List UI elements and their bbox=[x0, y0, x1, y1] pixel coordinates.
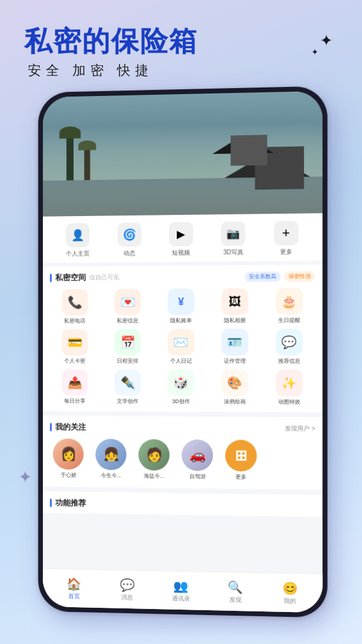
badge-privacy: 保密性强 bbox=[284, 271, 315, 282]
bottom-nav-message[interactable]: 💬 消息 bbox=[101, 577, 154, 602]
shortvideo-icon: ▶ bbox=[169, 222, 193, 246]
private-message-label: 私密信息 bbox=[117, 317, 139, 324]
bottom-nav-home[interactable]: 🏠 首页 bbox=[48, 576, 101, 601]
share-icon: 📤 bbox=[62, 369, 88, 395]
mine-nav-label: 我的 bbox=[284, 596, 296, 605]
avatar-item-2[interactable]: 👧 今生今... bbox=[92, 439, 129, 479]
avatar-name-4: 自驾游 bbox=[189, 474, 205, 480]
avatar-more: ⊞ bbox=[225, 440, 256, 472]
nav-item-more[interactable]: + 更多 bbox=[274, 221, 299, 257]
diary-label: 个人日记 bbox=[170, 358, 192, 365]
grid-item-3dcreate[interactable]: 🎲 3D创作 bbox=[156, 369, 207, 405]
home-nav-icon: 🏠 bbox=[66, 576, 81, 591]
cert-icon: 🪪 bbox=[221, 329, 248, 355]
private-message-icon: 💌 bbox=[115, 289, 141, 315]
grid-item-bill[interactable]: ¥ 隐私账单 bbox=[156, 289, 207, 324]
grid-item-birthday[interactable]: 🎂 生日提醒 bbox=[263, 288, 315, 324]
private-bill-icon: ¥ bbox=[168, 289, 194, 315]
private-bill-label: 隐私账单 bbox=[170, 317, 192, 324]
avatar-item-3[interactable]: 🧑 海盐今... bbox=[135, 439, 173, 480]
avatar-item-1[interactable]: 👩 于心娇 bbox=[50, 439, 87, 479]
bottom-nav-discover[interactable]: 🔍 发现 bbox=[208, 579, 262, 604]
nav-label-3dphoto: 3D写真 bbox=[223, 248, 243, 257]
avatars-row: 👩 于心娇 👧 今生今... 🧑 海盐今... 🚗 自驾游 bbox=[50, 439, 315, 482]
bottom-nav: 🏠 首页 💬 消息 👥 通讯录 🔍 发现 😊 我的 bbox=[43, 569, 322, 613]
3dphoto-icon: 📷 bbox=[221, 222, 245, 246]
contacts-nav-label: 通讯录 bbox=[172, 594, 190, 603]
following-section: 我的关注 发现用户 > 👩 于心娇 👧 今生今... 🧑 海盐 bbox=[43, 416, 322, 490]
grid-item-phone[interactable]: 📞 私密电话 bbox=[50, 289, 100, 325]
grid-item-card[interactable]: 💳 个人卡密 bbox=[50, 329, 100, 364]
home-nav-label: 首页 bbox=[68, 592, 80, 601]
badge-security: 安全系数高 bbox=[244, 271, 281, 282]
following-section-bar bbox=[50, 423, 52, 432]
sparkle-icon-2: ✦ bbox=[311, 47, 319, 57]
grid-item-message[interactable]: 💌 私密信息 bbox=[103, 289, 153, 324]
bottom-nav-contacts[interactable]: 👥 通讯录 bbox=[154, 578, 208, 604]
grid-item-write[interactable]: ✒️ 文学创作 bbox=[103, 369, 153, 404]
avatar-name-1: 于心娇 bbox=[60, 472, 76, 479]
card-label: 个人卡密 bbox=[65, 358, 86, 365]
grid-item-paint[interactable]: 🎨 涂鸦绘画 bbox=[209, 369, 260, 405]
private-space-subtitle: 仅自己可见 bbox=[89, 273, 119, 282]
grid-item-album[interactable]: 🖼 隐私相册 bbox=[209, 288, 260, 324]
avatar-item-more[interactable]: ⊞ 更多 bbox=[222, 440, 260, 481]
bottom-nav-mine[interactable]: 😊 我的 bbox=[262, 580, 317, 605]
birthday-icon: 🎂 bbox=[276, 288, 303, 315]
nav-label-dynamic: 动态 bbox=[123, 249, 135, 258]
nav-item-3dphoto[interactable]: 📷 3D写真 bbox=[221, 222, 245, 257]
private-icon-grid: 📞 私密电话 💌 私密信息 ¥ 隐私账单 🖼 隐私相册 bbox=[50, 288, 315, 406]
private-title-row: 私密空间 仅自己可见 bbox=[50, 272, 119, 284]
sparkle-icon-3: ✦ bbox=[18, 467, 32, 487]
anim-icon: ✨ bbox=[276, 369, 303, 397]
hero-title: 私密的保险箱 bbox=[24, 23, 198, 60]
section-bar bbox=[50, 273, 52, 282]
discover-link[interactable]: 发现用户 > bbox=[285, 424, 316, 433]
avatar-3: 🧑 bbox=[138, 439, 170, 471]
grid-item-anim[interactable]: ✨ 动图特效 bbox=[263, 369, 315, 406]
avatar-name-more: 更多 bbox=[235, 474, 246, 480]
private-album-icon: 🖼 bbox=[221, 288, 248, 314]
3dcreate-icon: 🎲 bbox=[168, 369, 194, 396]
hero-subtitle: 安全 加密 快捷 bbox=[28, 62, 153, 80]
avatar-4: 🚗 bbox=[182, 439, 213, 471]
private-space-title: 私密空间 bbox=[56, 272, 86, 283]
private-section-header: 私密空间 仅自己可见 安全系数高 保密性强 bbox=[50, 270, 315, 283]
birthday-label: 生日提醒 bbox=[278, 317, 300, 324]
message-nav-label: 消息 bbox=[121, 593, 133, 601]
following-header: 我的关注 发现用户 > bbox=[50, 422, 315, 435]
avatar-name-3: 海盐今... bbox=[144, 473, 164, 480]
message-nav-icon: 💬 bbox=[120, 578, 135, 592]
hero-image bbox=[43, 91, 322, 217]
discover-nav-label: 发现 bbox=[229, 595, 241, 604]
grid-item-cert[interactable]: 🪪 证件管理 bbox=[209, 329, 260, 365]
recommend-label: 推荐信息 bbox=[278, 358, 300, 365]
mine-nav-icon: 😊 bbox=[282, 581, 297, 596]
following-title: 我的关注 bbox=[56, 422, 86, 433]
nav-item-shortvideo[interactable]: ▶ 短视频 bbox=[169, 222, 193, 257]
private-phone-label: 私密电话 bbox=[65, 317, 86, 324]
avatar-item-4[interactable]: 🚗 自驾游 bbox=[179, 439, 216, 480]
sparkle-icon-1: ✦ bbox=[320, 31, 333, 50]
paint-icon: 🎨 bbox=[221, 369, 248, 396]
phone-mockup: 👤 个人主页 🌀 动态 ▶ 短视频 📷 3D写真 + 更多 bbox=[38, 86, 327, 617]
grid-item-diary[interactable]: ✉️ 个人日记 bbox=[156, 329, 207, 365]
badges-row: 安全系数高 保密性强 bbox=[244, 271, 315, 282]
recommend-section-bar bbox=[50, 499, 52, 507]
grid-item-schedule[interactable]: 📅 日程安排 bbox=[103, 329, 153, 365]
schedule-label: 日程安排 bbox=[117, 358, 139, 365]
paint-label: 涂鸦绘画 bbox=[224, 398, 246, 405]
nav-item-dynamic[interactable]: 🌀 动态 bbox=[117, 223, 141, 258]
private-space-section: 私密空间 仅自己可见 安全系数高 保密性强 📞 私密电话 💌 bbox=[43, 264, 322, 412]
nav-item-profile[interactable]: 👤 个人主页 bbox=[66, 223, 89, 258]
grid-item-share[interactable]: 📤 每日分享 bbox=[50, 369, 100, 404]
recommend-title: 功能推荐 bbox=[56, 498, 86, 509]
grid-item-recommend[interactable]: 💬 推荐信息 bbox=[263, 328, 315, 364]
write-icon: ✒️ bbox=[115, 369, 141, 395]
avatar-name-2: 今生今... bbox=[101, 473, 121, 479]
contacts-nav-icon: 👥 bbox=[174, 578, 189, 593]
nav-label-profile: 个人主页 bbox=[66, 249, 89, 258]
recommend-section: 功能推荐 bbox=[43, 491, 322, 517]
dynamic-icon: 🌀 bbox=[117, 223, 141, 247]
write-label: 文学创作 bbox=[117, 398, 139, 404]
